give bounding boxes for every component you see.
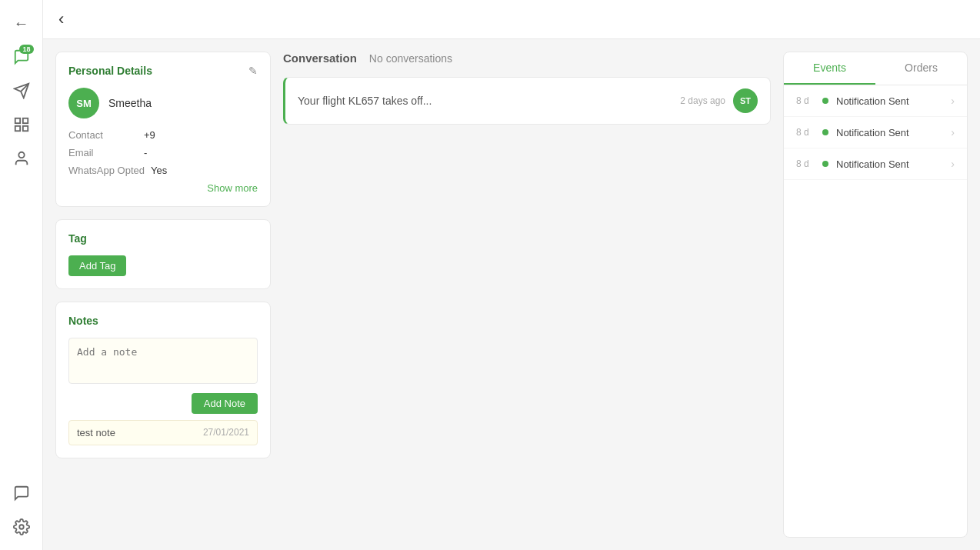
left-panel: Personal Details ✎ SM Smeetha Contact +9… <box>55 52 271 538</box>
contact-sidebar-icon[interactable] <box>8 145 35 172</box>
add-note-button[interactable]: Add Note <box>192 393 258 414</box>
svg-rect-3 <box>22 118 27 123</box>
email-label: Email <box>68 147 138 158</box>
note-input[interactable] <box>68 338 258 384</box>
chevron-icon-1: › <box>951 126 955 138</box>
contact-label: Contact <box>68 129 138 141</box>
chat-badge: 18 <box>19 45 33 54</box>
note-text: test note <box>77 427 115 438</box>
settings-sidebar-icon[interactable] <box>8 513 35 541</box>
no-conversations: No conversations <box>369 52 452 65</box>
message-avatar: ST <box>733 88 758 113</box>
main-content: ‹ Personal Details ✎ SM Smeetha Contact … <box>43 0 980 550</box>
event-item-0[interactable]: 8 d Notification Sent › <box>784 85 967 117</box>
user-row: SM Smeetha <box>68 88 258 118</box>
conversation-header: Conversation No conversations <box>283 52 771 68</box>
event-item-1[interactable]: 8 d Notification Sent › <box>784 117 967 148</box>
whatsapp-label: WhatsApp Opted <box>68 165 145 176</box>
grid-sidebar-icon[interactable] <box>8 111 35 138</box>
event-time-2: 8 d <box>796 158 815 169</box>
middle-panel: Conversation No conversations Your fligh… <box>283 52 771 538</box>
svg-rect-2 <box>15 118 19 123</box>
svg-point-6 <box>18 152 24 158</box>
message-text: Your flight KL657 takes off... <box>298 95 432 107</box>
chat-sidebar-icon[interactable]: 18 <box>8 43 35 71</box>
contact-value: +9 <box>144 129 155 141</box>
show-more-link[interactable]: Show more <box>68 182 258 194</box>
conversation-message[interactable]: Your flight KL657 takes off... 2 days ag… <box>283 77 771 125</box>
svg-rect-5 <box>22 126 27 131</box>
email-row: Email - <box>68 147 258 158</box>
note-date: 27/01/2021 <box>203 427 249 438</box>
add-tag-button[interactable]: Add Tag <box>68 255 126 276</box>
event-item-2[interactable]: 8 d Notification Sent › <box>784 148 967 180</box>
personal-details-header: Personal Details ✎ <box>68 65 258 77</box>
notes-card: Notes Add Note test note 27/01/2021 <box>55 302 271 458</box>
whatsapp-row: WhatsApp Opted Yes <box>68 165 258 176</box>
event-time-0: 8 d <box>796 95 815 106</box>
chevron-icon-2: › <box>951 158 955 170</box>
support-sidebar-icon[interactable] <box>8 479 35 507</box>
tag-header: Tag <box>68 232 258 245</box>
event-dot-0 <box>822 98 828 104</box>
content-area: Personal Details ✎ SM Smeetha Contact +9… <box>43 39 980 550</box>
right-panel: Events Orders 8 d Notification Sent › 8 … <box>783 52 968 538</box>
contact-row: Contact +9 <box>68 129 258 141</box>
header: ‹ <box>43 0 980 39</box>
svg-rect-4 <box>15 126 19 131</box>
conversation-title: Conversation <box>283 52 357 65</box>
tab-events[interactable]: Events <box>784 52 875 85</box>
event-list: 8 d Notification Sent › 8 d Notification… <box>784 85 967 537</box>
back-button[interactable]: ‹ <box>58 9 64 29</box>
event-dot-2 <box>822 161 828 167</box>
whatsapp-value: Yes <box>151 165 167 176</box>
send-sidebar-icon[interactable] <box>8 77 35 105</box>
notes-header: Notes <box>68 315 258 327</box>
event-label-2: Notification Sent <box>836 158 943 170</box>
message-time: 2 days ago <box>680 95 725 106</box>
tag-card: Tag Add Tag <box>55 219 271 289</box>
event-dot-1 <box>822 129 828 135</box>
personal-details-title: Personal Details <box>68 65 152 77</box>
back-sidebar-icon[interactable]: ← <box>8 9 35 37</box>
edit-icon[interactable]: ✎ <box>248 65 258 77</box>
event-label-0: Notification Sent <box>836 95 943 107</box>
personal-details-card: Personal Details ✎ SM Smeetha Contact +9… <box>55 52 271 207</box>
sidebar: ← 18 <box>0 0 43 550</box>
tabs-row: Events Orders <box>784 52 967 85</box>
email-value: - <box>144 147 147 158</box>
avatar: SM <box>68 88 99 118</box>
user-name: Smeetha <box>108 97 152 109</box>
tab-orders[interactable]: Orders <box>875 52 967 85</box>
tag-title: Tag <box>68 232 87 245</box>
note-item: test note 27/01/2021 <box>68 420 258 445</box>
chevron-icon-0: › <box>951 95 955 107</box>
svg-point-7 <box>19 525 24 529</box>
event-time-1: 8 d <box>796 127 815 138</box>
notes-title: Notes <box>68 315 98 327</box>
event-label-1: Notification Sent <box>836 127 943 138</box>
conv-meta: 2 days ago ST <box>680 88 758 113</box>
